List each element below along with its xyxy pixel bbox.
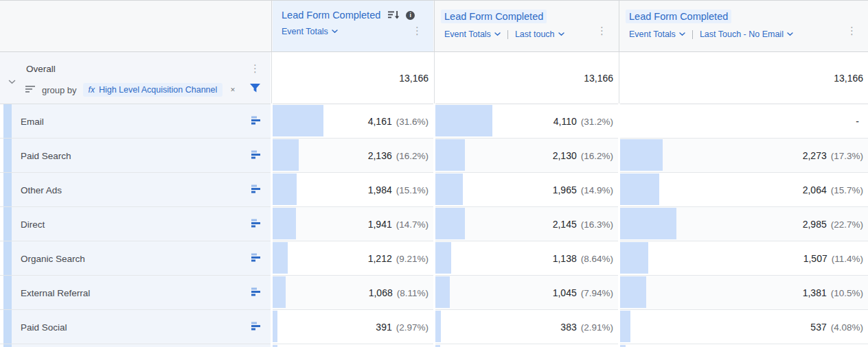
table-cell[interactable]: 391(2.97%) [273,310,433,344]
column-menu-kebab[interactable]: ⋮ [847,25,857,36]
mini-bar-chart-icon[interactable] [251,218,262,230]
mini-bar-chart-icon[interactable] [251,287,262,299]
row-label-cell[interactable]: Paid Search [0,139,271,173]
row-label-tint [12,207,271,241]
row-color-strip [3,173,12,206]
column-menu-kebab[interactable]: ⋮ [597,25,607,36]
attribution-dropdown[interactable]: Last Touch - No Email [700,29,793,39]
attribution-dropdown[interactable]: Last touch [515,29,564,39]
table-cell[interactable]: 2,136(16.2%) [273,139,433,173]
row-label-cell[interactable]: Organic Search [0,241,271,276]
row-label-cell[interactable]: Email [0,104,271,139]
table-row: Other Ads 1,984(15.1%) 1,965(14.9%) 2,06… [0,173,868,207]
chevron-down-icon [787,32,793,36]
value-bar [435,242,451,274]
table-cell[interactable]: 1,507(11.4%) [620,241,868,276]
cell-percent: (2.97%) [396,322,429,333]
cell-percent: (16.2%) [396,151,429,161]
cell-value: 1,045 [553,287,577,298]
corner-header-cell [0,1,271,51]
table-cell[interactable]: 2,985(22.7%) [620,207,868,241]
row-color-strip [3,139,12,172]
cell-percent: (4.08%) [831,322,863,333]
table-cell[interactable]: 2,273(17.3%) [620,139,868,173]
table-cell[interactable]: 1,941(14.7%) [273,207,433,241]
table-row: External Referral 1,068(8.11%) 1,045(7.9… [0,276,868,310]
column-menu-kebab[interactable]: ⋮ [412,25,422,36]
row-color-strip [3,207,12,241]
collapse-chevron-icon[interactable] [8,75,16,87]
mini-bar-chart-icon[interactable] [251,115,262,128]
table-cell[interactable]: 1,138(8.64%) [435,241,618,276]
cell-value: 2,273 [803,150,827,161]
cell-percent: (8.11%) [397,288,429,298]
table-cell[interactable]: 1,381(10.5%) [620,276,868,310]
table-cell[interactable]: 1,965(14.9%) [435,173,618,207]
metric-column-header-3: Lead Form Completed Event Totals Last To… [620,1,868,51]
info-icon[interactable]: i [406,11,415,20]
row-label: Other Ads [21,184,62,195]
metric-title[interactable]: Lead Form Completed [626,10,731,23]
cell-value: 1,984 [368,184,392,195]
row-label: Email [21,116,44,126]
event-totals-dropdown[interactable]: Event Totals [444,29,501,39]
remove-group-by-icon[interactable]: ✕ [230,86,236,93]
event-totals-dropdown[interactable]: Event Totals [282,27,338,36]
table-cell[interactable]: 1,045(7.94%) [435,276,618,310]
row-label-tint [12,104,271,138]
table-cell[interactable]: 1,068(8.11%) [273,276,433,310]
table-row: Direct 1,941(14.7%) 2,145(16.3%) 2,985(2… [0,207,868,241]
row-label-cell[interactable]: Direct [0,207,271,241]
row-label: Paid Search [21,150,71,160]
value-bar [273,139,299,171]
cell-percent: (8.64%) [581,254,613,264]
formula-icon: fx [89,85,95,95]
value-bar [620,208,676,239]
event-totals-dropdown[interactable]: Event Totals [629,29,685,39]
metric-title[interactable]: Lead Form Completed [282,10,380,21]
mini-bar-chart-icon[interactable] [251,149,262,162]
cell-value: 383 [560,322,576,333]
cell-percent: (10.5%) [831,288,863,298]
table-cell[interactable]: 4,161(31.6%) [273,104,433,139]
group-by-property-chip[interactable]: fx High Level Acquisition Channel [83,83,223,97]
table-cell [435,344,618,347]
row-color-strip [3,276,12,309]
row-label-cell[interactable]: Other Ads [0,173,271,207]
table-cell[interactable]: 2,145(16.3%) [435,207,618,241]
metric-title[interactable]: Lead Form Completed [441,10,547,23]
row-label: Organic Search [21,253,85,263]
metric-column-header-1: Lead Form Completed i Event Totals [273,1,433,51]
row-label-cell [0,344,271,347]
table-cell[interactable]: 1,212(9.21%) [273,241,433,276]
row-label: External Referral [21,287,90,298]
table-cell[interactable]: 383(2.91%) [435,310,618,344]
table-row: Email 4,161(31.6%) 4,110(31.2%) - [0,104,868,139]
mini-bar-chart-icon[interactable] [251,321,262,333]
row-label-cell[interactable]: External Referral [0,276,271,310]
table-cell[interactable]: 4,110(31.2%) [435,104,618,139]
table-cell[interactable]: 1,984(15.1%) [273,173,433,207]
value-bar [435,105,492,136]
row-label-cell[interactable]: Paid Social [0,310,271,344]
mini-bar-chart-icon[interactable] [251,252,262,265]
filter-funnel-icon[interactable] [249,83,261,96]
value-bar [273,174,297,205]
overall-value-cell: 13,166 [620,52,868,104]
cell-value: 2,130 [553,150,577,161]
group-by-icon [25,84,36,96]
table-cell[interactable]: 2,064(15.7%) [620,173,868,207]
sort-descending-icon[interactable] [388,10,400,20]
value-bar [435,311,441,342]
dropdown-separator [692,30,693,39]
overall-value: 13,166 [834,73,863,84]
overall-menu-kebab[interactable]: ⋮ [250,63,260,73]
table-cell[interactable]: 2,130(16.2%) [435,139,618,173]
cell-percent: (16.3%) [581,219,613,230]
mini-bar-chart-icon[interactable] [251,184,262,196]
overall-value: 13,166 [399,73,429,84]
metrics-breakdown-table: Lead Form Completed i Event Totals [0,0,868,347]
cell-value: 2,136 [368,150,392,161]
table-cell[interactable]: - [620,104,868,139]
table-cell[interactable]: 537(4.08%) [620,310,868,344]
